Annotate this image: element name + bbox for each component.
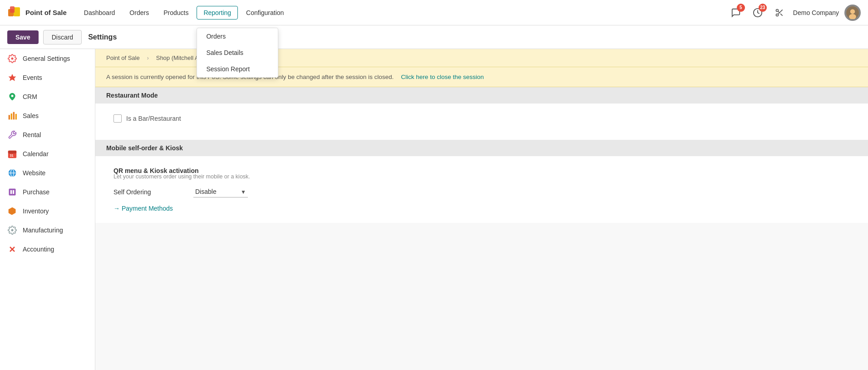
save-button[interactable]: Save <box>7 30 39 44</box>
website-icon <box>7 168 17 178</box>
clock-badge: 23 <box>759 4 767 12</box>
content-area: Point of Sale › Shop (Mitchell Admin) › … <box>95 49 868 370</box>
svg-text:31: 31 <box>10 153 14 158</box>
sidebar-item-website-label: Website <box>23 169 45 177</box>
pos-bar-pos: Point of Sale <box>106 54 140 61</box>
company-name: Demo Company <box>793 9 839 16</box>
sidebar-item-general-settings[interactable]: General Settings <box>0 49 95 68</box>
qr-desc: Let your customers order using their mob… <box>113 173 850 180</box>
sidebar-item-crm[interactable]: CRM <box>0 87 95 106</box>
nav-item-orders[interactable]: Orders <box>123 6 155 19</box>
general-settings-icon <box>7 54 17 64</box>
svg-rect-16 <box>11 113 12 119</box>
svg-point-5 <box>776 14 778 16</box>
rental-icon <box>7 130 17 140</box>
discard-button[interactable]: Discard <box>43 30 82 44</box>
sidebar-item-rental[interactable]: Rental <box>0 125 95 144</box>
svg-rect-17 <box>13 112 15 120</box>
bar-restaurant-checkbox[interactable] <box>113 114 122 123</box>
sidebar-item-crm-label: CRM <box>23 93 37 100</box>
dropdown-item-session-report[interactable]: Session Report <box>197 61 278 77</box>
sidebar: General Settings Events CRM <box>0 49 95 370</box>
svg-rect-2 <box>10 6 15 13</box>
page-title: Settings <box>88 33 117 41</box>
mobile-section-header: Mobile self-order & Kiosk <box>95 140 868 156</box>
sidebar-item-sales[interactable]: Sales <box>0 106 95 125</box>
sidebar-item-accounting[interactable]: Accounting <box>0 240 95 259</box>
self-ordering-select[interactable]: Disable QR Menu Kiosk <box>193 186 248 197</box>
crm-icon <box>7 92 17 102</box>
sidebar-item-calendar[interactable]: 31 Calendar <box>0 144 95 163</box>
manufacturing-icon <box>7 225 17 235</box>
svg-line-7 <box>780 14 783 16</box>
sidebar-item-purchase[interactable]: Purchase <box>0 183 95 202</box>
scissors-icon <box>775 8 784 17</box>
svg-rect-25 <box>9 189 16 196</box>
messages-badge: 5 <box>737 4 745 12</box>
nav-right: 5 23 Demo Company <box>728 5 861 21</box>
sidebar-item-inventory[interactable]: Inventory <box>0 202 95 221</box>
messages-button[interactable]: 5 <box>728 5 744 21</box>
nav-item-products[interactable]: Products <box>157 6 195 19</box>
svg-point-12 <box>11 58 14 60</box>
accounting-icon <box>7 244 17 254</box>
bar-restaurant-row: Is a Bar/Restaurant <box>113 114 850 123</box>
svg-point-10 <box>850 9 855 14</box>
reporting-dropdown: Orders Sales Details Session Report <box>197 28 278 78</box>
nav-item-dashboard[interactable]: Dashboard <box>78 6 122 19</box>
sidebar-item-calendar-label: Calendar <box>23 150 49 158</box>
svg-rect-1 <box>14 7 20 16</box>
payment-methods-label: Payment Methods <box>122 205 173 212</box>
svg-rect-20 <box>8 151 16 153</box>
user-avatar[interactable] <box>844 5 861 21</box>
clock-button[interactable]: 23 <box>750 5 766 21</box>
svg-marker-13 <box>9 74 16 81</box>
sidebar-item-purchase-label: Purchase <box>23 188 49 196</box>
top-nav: Point of Sale Dashboard Orders Products … <box>0 0 868 25</box>
nav-item-configuration[interactable]: Configuration <box>240 6 290 19</box>
sidebar-item-sales-label: Sales <box>23 112 39 119</box>
nav-items: Dashboard Orders Products Reporting Orde… <box>78 6 728 20</box>
calendar-icon: 31 <box>7 149 17 159</box>
mobile-section-body: QR menu & Kiosk activation Let your cust… <box>95 156 868 223</box>
events-icon <box>7 73 17 83</box>
svg-rect-27 <box>13 190 14 194</box>
sidebar-item-accounting-label: Accounting <box>23 246 54 253</box>
avatar-image <box>846 6 859 19</box>
breadcrumb-sep-1: › <box>147 55 149 61</box>
sidebar-item-events-label: Events <box>23 74 42 81</box>
arrow-right-icon: → <box>113 205 120 212</box>
restaurant-mode-body: Is a Bar/Restaurant <box>95 104 868 140</box>
svg-point-28 <box>11 229 14 232</box>
app-name: Point of Sale <box>25 9 67 16</box>
sidebar-item-events[interactable]: Events <box>0 68 95 87</box>
sidebar-item-manufacturing[interactable]: Manufacturing <box>0 221 95 240</box>
dropdown-item-sales-details[interactable]: Sales Details <box>197 44 278 61</box>
svg-rect-18 <box>15 114 17 120</box>
sidebar-item-website[interactable]: Website <box>0 163 95 183</box>
svg-line-8 <box>778 11 779 12</box>
dropdown-item-orders[interactable]: Orders <box>197 28 278 44</box>
svg-rect-26 <box>10 190 12 194</box>
nav-item-reporting[interactable]: Reporting <box>197 6 238 20</box>
nav-item-wrapper-reporting: Reporting Orders Sales Details Session R… <box>197 6 238 20</box>
scissors-button[interactable] <box>771 5 788 21</box>
restaurant-mode-title: Restaurant Mode <box>106 92 158 99</box>
bar-restaurant-label: Is a Bar/Restaurant <box>126 115 181 122</box>
self-ordering-label: Self Ordering <box>113 188 186 196</box>
sidebar-item-inventory-label: Inventory <box>23 207 49 215</box>
svg-point-4 <box>776 9 778 11</box>
inventory-icon <box>7 206 17 216</box>
svg-point-14 <box>11 95 14 97</box>
close-session-link[interactable]: Click here to close the session <box>401 74 483 80</box>
payment-methods-link[interactable]: → Payment Methods <box>113 205 850 212</box>
secondary-toolbar: Save Discard Settings <box>0 25 868 49</box>
app-logo[interactable]: Point of Sale <box>7 5 67 20</box>
sidebar-item-manufacturing-label: Manufacturing <box>23 227 63 234</box>
self-ordering-select-wrapper: Disable QR Menu Kiosk ▼ <box>193 186 248 197</box>
sidebar-item-rental-label: Rental <box>23 131 41 138</box>
purchase-icon <box>7 187 17 197</box>
svg-rect-15 <box>9 115 10 119</box>
restaurant-mode-header: Restaurant Mode <box>95 87 868 104</box>
sidebar-item-general-settings-label: General Settings <box>23 55 70 62</box>
